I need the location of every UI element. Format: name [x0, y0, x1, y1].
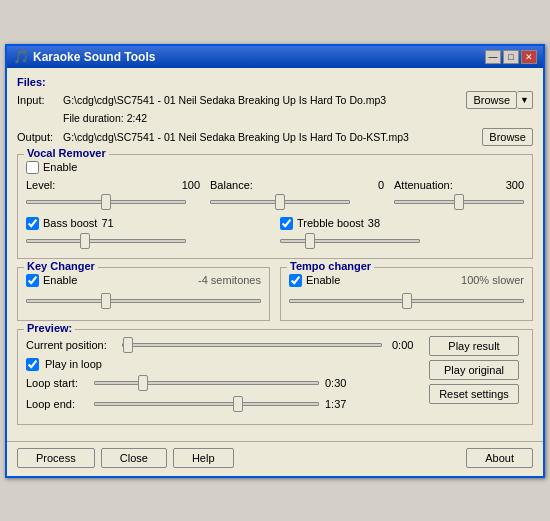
key-changer-section: Key Changer Enable -4 semitones	[17, 267, 270, 321]
bass-boost-slider[interactable]	[26, 232, 186, 250]
bass-boost-value: 71	[101, 217, 113, 229]
play-in-loop-label: Play in loop	[45, 358, 102, 370]
trebble-boost-slider[interactable]	[280, 232, 420, 250]
file-duration-row: File duration: 2:42	[63, 112, 533, 124]
help-button[interactable]: Help	[173, 448, 234, 468]
input-path: G:\cdg\cdg\SC7541 - 01 Neil Sedaka Break…	[63, 94, 460, 106]
attenuation-label: Attenuation:	[394, 179, 453, 191]
bass-boost-check-row: Bass boost 71	[26, 217, 270, 230]
output-label: Output:	[17, 131, 57, 143]
loop-start-time: 0:30	[325, 377, 346, 389]
loop-end-label: Loop end:	[26, 398, 88, 410]
key-enable-checkbox[interactable]	[26, 274, 39, 287]
preview-right: Play result Play original Reset settings	[429, 336, 524, 416]
play-original-button[interactable]: Play original	[429, 360, 519, 380]
input-browse-button[interactable]: Browse	[466, 91, 517, 109]
attenuation-slider[interactable]	[394, 193, 524, 211]
vocal-enable-row: Enable	[26, 161, 524, 174]
loop-end-slider[interactable]	[94, 395, 319, 413]
vocal-enable-label: Enable	[43, 161, 77, 173]
tempo-slider[interactable]	[289, 292, 524, 310]
bottom-left-buttons: Process Close Help	[17, 448, 234, 468]
loop-end-row: Loop end: 1:37	[26, 395, 421, 413]
title-bar: 🎵 Karaoke Sound Tools — □ ✕	[7, 46, 543, 68]
reset-settings-button[interactable]: Reset settings	[429, 384, 519, 404]
play-in-loop-row: Play in loop	[26, 358, 421, 371]
output-browse-button[interactable]: Browse	[482, 128, 533, 146]
about-button[interactable]: About	[466, 448, 533, 468]
level-value: 100	[182, 179, 200, 191]
key-changer-label: Key Changer	[24, 260, 98, 272]
balance-slider[interactable]	[210, 193, 350, 211]
files-label: Files:	[17, 76, 533, 88]
bass-boost-item: Bass boost 71	[26, 217, 270, 250]
trebble-boost-check-row: Trebble boost 38	[280, 217, 524, 230]
input-browse-wrap: Browse ▼	[466, 91, 533, 109]
tempo-enable-checkbox[interactable]	[289, 274, 302, 287]
app-icon: 🎵	[13, 49, 29, 64]
title-bar-controls: — □ ✕	[485, 50, 537, 64]
trebble-boost-value: 38	[368, 217, 380, 229]
bass-boost-label: Bass boost	[43, 217, 97, 229]
output-path: G:\cdg\cdg\SC7541 - 01 Neil Sedaka Break…	[63, 131, 476, 143]
preview-left: Current position: 0:00 Play in loop Loop…	[26, 336, 421, 416]
input-browse-arrow-button[interactable]: ▼	[517, 91, 533, 109]
duration-value: 2:42	[127, 112, 147, 124]
trebble-boost-label: Trebble boost	[297, 217, 364, 229]
play-result-button[interactable]: Play result	[429, 336, 519, 356]
position-slider[interactable]	[122, 336, 382, 354]
boost-row: Bass boost 71 Trebble boost 38	[26, 217, 524, 250]
attenuation-value: 300	[506, 179, 524, 191]
loop-start-label: Loop start:	[26, 377, 88, 389]
preview-inner: Current position: 0:00 Play in loop Loop…	[26, 336, 524, 416]
maximize-button[interactable]: □	[503, 50, 519, 64]
level-slider-item: Level: 100	[26, 179, 200, 211]
input-row: Input: G:\cdg\cdg\SC7541 - 01 Neil Sedak…	[17, 91, 533, 109]
vocal-enable-checkbox[interactable]	[26, 161, 39, 174]
trebble-boost-checkbox[interactable]	[280, 217, 293, 230]
current-position-label: Current position:	[26, 339, 116, 351]
tempo-changer-label: Tempo changer	[287, 260, 374, 272]
loop-start-row: Loop start: 0:30	[26, 374, 421, 392]
content-area: Files: Input: G:\cdg\cdg\SC7541 - 01 Nei…	[7, 68, 543, 441]
key-slider[interactable]	[26, 292, 261, 310]
tempo-enable-label: Enable	[306, 274, 340, 286]
key-enable-label: Enable	[43, 274, 77, 286]
duration-label: File duration:	[63, 112, 124, 124]
process-button[interactable]: Process	[17, 448, 95, 468]
preview-section: Preview: Current position: 0:00 Play in …	[17, 329, 533, 425]
close-window-button[interactable]: ✕	[521, 50, 537, 64]
input-label: Input:	[17, 94, 57, 106]
vocal-remover-label: Vocal Remover	[24, 147, 109, 159]
balance-slider-item: Balance: 0	[210, 179, 384, 211]
level-label: Level:	[26, 179, 55, 191]
vocal-sliders-row: Level: 100 Balance: 0 Attenuation: 300	[26, 179, 524, 211]
close-button[interactable]: Close	[101, 448, 167, 468]
key-tempo-row: Key Changer Enable -4 semitones Tempo ch…	[17, 267, 533, 321]
level-slider[interactable]	[26, 193, 186, 211]
position-row: Current position: 0:00	[26, 336, 421, 354]
output-row: Output: G:\cdg\cdg\SC7541 - 01 Neil Seda…	[17, 128, 533, 146]
trebble-boost-item: Trebble boost 38	[280, 217, 524, 250]
play-in-loop-checkbox[interactable]	[26, 358, 39, 371]
minimize-button[interactable]: —	[485, 50, 501, 64]
loop-end-time: 1:37	[325, 398, 346, 410]
balance-label: Balance:	[210, 179, 253, 191]
tempo-speed-label: 100% slower	[461, 274, 524, 286]
attenuation-slider-item: Attenuation: 300	[394, 179, 524, 211]
files-section: Files: Input: G:\cdg\cdg\SC7541 - 01 Nei…	[17, 76, 533, 146]
tempo-changer-section: Tempo changer Enable 100% slower	[280, 267, 533, 321]
title-bar-title: 🎵 Karaoke Sound Tools	[13, 49, 155, 64]
preview-label: Preview:	[24, 322, 75, 334]
key-enable-row: Enable -4 semitones	[26, 274, 261, 287]
main-window: 🎵 Karaoke Sound Tools — □ ✕ Files: Input…	[5, 44, 545, 478]
current-time: 0:00	[392, 339, 413, 351]
key-semitones-label: -4 semitones	[198, 274, 261, 286]
bass-boost-checkbox[interactable]	[26, 217, 39, 230]
bottom-bar: Process Close Help About	[7, 441, 543, 476]
window-title: Karaoke Sound Tools	[33, 50, 155, 64]
vocal-remover-section: Vocal Remover Enable Level: 100 Balance:…	[17, 154, 533, 259]
balance-value: 0	[378, 179, 384, 191]
loop-start-slider[interactable]	[94, 374, 319, 392]
tempo-enable-row: Enable 100% slower	[289, 274, 524, 287]
